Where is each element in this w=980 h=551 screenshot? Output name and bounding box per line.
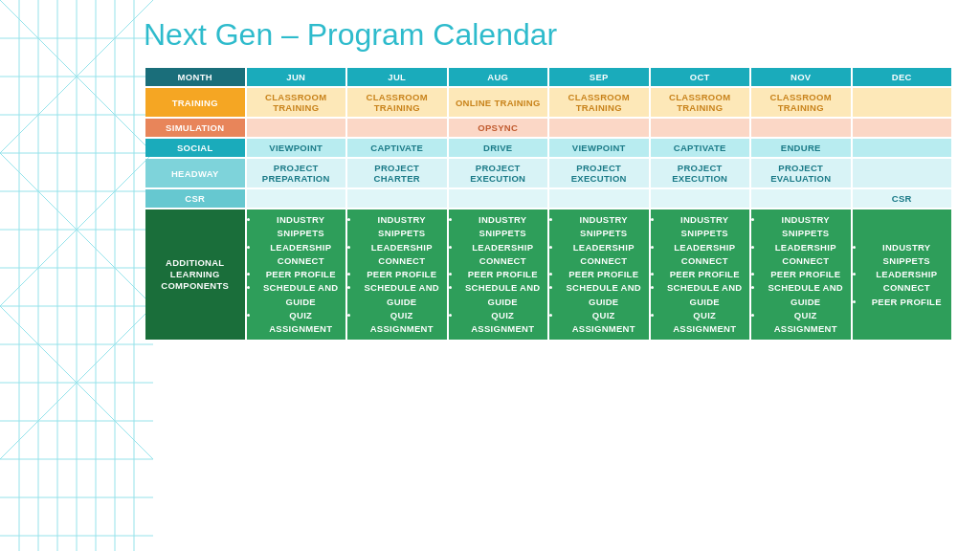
list-item: LEADERSHIP CONNECT [360, 241, 444, 269]
list-item: INDUSTRY SNIPPETS [865, 241, 949, 269]
header-jun: JUN [247, 68, 346, 86]
csr-dec: CSR [853, 189, 952, 208]
list-item: INDUSTRY SNIPPETS [663, 213, 747, 241]
simulation-dec [853, 119, 952, 137]
header-dec: DEC [853, 68, 952, 86]
csr-oct [651, 189, 750, 208]
csr-jun [247, 189, 346, 208]
csr-jul [347, 189, 447, 208]
training-sep: CLASSROOM TRAINING [549, 88, 649, 117]
training-jun: CLASSROOM TRAINING [247, 88, 346, 117]
training-oct: CLASSROOM TRAINING [651, 88, 750, 117]
list-item: PEER PROFILE [663, 268, 747, 281]
list-item: PEER PROFILE [259, 268, 344, 281]
list-item: LEADERSHIP CONNECT [461, 241, 546, 269]
list-item: PEER PROFILE [360, 268, 444, 281]
header-row: MONTH JUN JUL AUG SEP OCT NOV DEC [145, 68, 951, 86]
training-label: TRAINING [145, 88, 245, 117]
additional-oct: INDUSTRY SNIPPETS LEADERSHIP CONNECT PEE… [651, 209, 750, 340]
additional-jun: INDUSTRY SNIPPETS LEADERSHIP CONNECT PEE… [247, 209, 346, 340]
list-item: PEER PROFILE [764, 268, 848, 281]
list-item: SCHEDULE AND GUIDE [259, 281, 344, 309]
header-month: MONTH [145, 68, 245, 86]
simulation-jun [247, 119, 346, 137]
calendar-table: MONTH JUN JUL AUG SEP OCT NOV DEC TRAINI… [144, 66, 953, 342]
list-item: SCHEDULE AND GUIDE [562, 281, 646, 309]
social-nov: ENDURE [751, 139, 851, 157]
additional-jul: INDUSTRY SNIPPETS LEADERSHIP CONNECT PEE… [347, 209, 447, 340]
headway-row: HEADWAY PROJECT PREPARATION PROJECT CHAR… [145, 159, 951, 187]
headway-oct: PROJECT EXECUTION [651, 159, 750, 187]
csr-aug [449, 189, 548, 208]
headway-jul: PROJECT CHARTER [347, 159, 447, 187]
list-item: SCHEDULE AND GUIDE [764, 281, 848, 309]
training-row: TRAINING CLASSROOM TRAINING CLASSROOM TR… [145, 88, 951, 117]
additional-nov: INDUSTRY SNIPPETS LEADERSHIP CONNECT PEE… [751, 209, 851, 340]
list-item: PEER PROFILE [865, 296, 949, 309]
social-dec [853, 139, 952, 157]
training-dec [853, 88, 952, 117]
simulation-aug: OPSYNC [449, 119, 548, 137]
list-item: LEADERSHIP CONNECT [562, 241, 646, 269]
headway-aug: PROJECT EXECUTION [449, 159, 548, 187]
list-item: LEADERSHIP CONNECT [663, 241, 747, 269]
additional-sep: INDUSTRY SNIPPETS LEADERSHIP CONNECT PEE… [549, 209, 649, 340]
training-nov: CLASSROOM TRAINING [751, 88, 851, 117]
csr-nov [751, 189, 851, 208]
list-item: QUIZ ASSIGNMENT [663, 309, 747, 337]
list-item: SCHEDULE AND GUIDE [461, 281, 546, 309]
list-item: INDUSTRY SNIPPETS [764, 213, 848, 241]
simulation-oct [651, 119, 750, 137]
simulation-nov [751, 119, 851, 137]
headway-jun: PROJECT PREPARATION [247, 159, 346, 187]
simulation-row: SIMULATION OPSYNC [145, 119, 951, 137]
social-aug: DRIVE [449, 139, 548, 157]
training-jul: CLASSROOM TRAINING [347, 88, 447, 117]
additional-label: ADDITIONAL LEARNING COMPONENTS [145, 209, 245, 340]
social-oct: CAPTIVATE [651, 139, 750, 157]
list-item: QUIZ ASSIGNMENT [360, 309, 444, 337]
additional-aug: INDUSTRY SNIPPETS LEADERSHIP CONNECT PEE… [449, 209, 548, 340]
social-jun: VIEWPOINT [247, 139, 346, 157]
list-item: SCHEDULE AND GUIDE [360, 281, 444, 309]
list-item: INDUSTRY SNIPPETS [461, 213, 546, 241]
list-item: INDUSTRY SNIPPETS [360, 213, 444, 241]
social-jul: CAPTIVATE [347, 139, 447, 157]
list-item: PEER PROFILE [461, 268, 546, 281]
simulation-label: SIMULATION [145, 119, 245, 137]
social-row: SOCIAL VIEWPOINT CAPTIVATE DRIVE VIEWPOI… [145, 139, 951, 157]
training-aug: ONLINE TRAINING [449, 88, 548, 117]
list-item: LEADERSHIP CONNECT [764, 241, 848, 269]
list-item: QUIZ ASSIGNMENT [562, 309, 646, 337]
csr-label: CSR [145, 189, 245, 208]
social-label: SOCIAL [145, 139, 245, 157]
page-title: Next Gen – Program Calendar [144, 17, 953, 53]
list-item: QUIZ ASSIGNMENT [461, 309, 546, 337]
list-item: INDUSTRY SNIPPETS [259, 213, 344, 241]
list-item: LEADERSHIP CONNECT [865, 268, 949, 296]
list-item: QUIZ ASSIGNMENT [259, 309, 344, 337]
list-item: INDUSTRY SNIPPETS [562, 213, 646, 241]
social-sep: VIEWPOINT [549, 139, 649, 157]
list-item: QUIZ ASSIGNMENT [764, 309, 848, 337]
simulation-sep [549, 119, 649, 137]
additional-learning-row: ADDITIONAL LEARNING COMPONENTS INDUSTRY … [145, 209, 951, 340]
headway-nov: PROJECT EVALUATION [751, 159, 851, 187]
header-aug: AUG [449, 68, 548, 86]
headway-sep: PROJECT EXECUTION [549, 159, 649, 187]
list-item: PEER PROFILE [562, 268, 646, 281]
csr-row: CSR CSR [145, 189, 951, 208]
additional-dec: INDUSTRY SNIPPETS LEADERSHIP CONNECT PEE… [853, 209, 952, 340]
simulation-jul [347, 119, 447, 137]
list-item: SCHEDULE AND GUIDE [663, 281, 747, 309]
header-nov: NOV [751, 68, 851, 86]
csr-sep [549, 189, 649, 208]
header-sep: SEP [549, 68, 649, 86]
list-item: LEADERSHIP CONNECT [259, 241, 344, 269]
header-oct: OCT [651, 68, 750, 86]
headway-dec [853, 159, 952, 187]
main-content: Next Gen – Program Calendar MONTH JUN JU… [0, 0, 980, 351]
headway-label: HEADWAY [145, 159, 245, 187]
header-jul: JUL [347, 68, 447, 86]
